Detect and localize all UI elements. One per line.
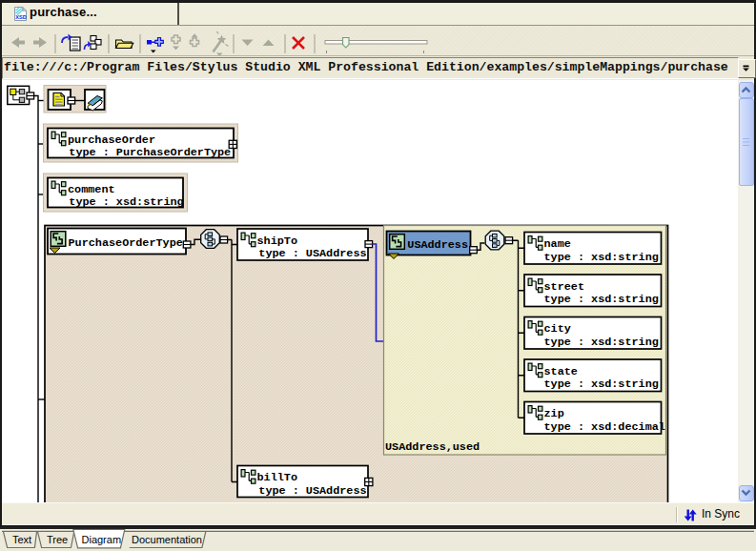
svg-text:Tree: Tree [47, 534, 68, 545]
svg-text:PurchaseOrderType: PurchaseOrderType [69, 236, 183, 250]
svg-text:Diagram: Diagram [82, 534, 122, 545]
svg-text:type : xsd:string: type : xsd:string [69, 195, 183, 209]
svg-text:type : xsd:string: type : xsd:string [544, 293, 659, 306]
svg-text:type : xsd:string: type : xsd:string [544, 336, 659, 349]
svg-text:type : xsd:string: type : xsd:string [544, 378, 659, 391]
svg-text:billTo: billTo [257, 471, 297, 484]
svg-text:type : USAddress: type : USAddress [258, 247, 366, 260]
svg-text:comment: comment [68, 183, 115, 196]
svg-text:zip: zip [544, 407, 564, 420]
svg-text:USAddress,used: USAddress,used [385, 440, 480, 454]
svg-text:type : USAddress: type : USAddress [258, 484, 366, 498]
svg-text:Documentation: Documentation [132, 534, 202, 545]
svg-text:USAddress: USAddress [407, 238, 468, 252]
svg-text:shipTo: shipTo [257, 235, 297, 248]
svg-text:street: street [544, 280, 584, 294]
svg-text:Text: Text [12, 534, 31, 545]
svg-text:type : xsd:string: type : xsd:string [544, 251, 659, 264]
svg-text:type : PurchaseOrderType: type : PurchaseOrderType [69, 146, 231, 159]
svg-text:XSD: XSD [15, 14, 27, 20]
svg-text:type : xsd:decimal: type : xsd:decimal [544, 420, 665, 434]
svg-text:purchaseOrder: purchaseOrder [68, 133, 155, 147]
svg-text:name: name [544, 237, 571, 251]
svg-text:state: state [544, 365, 578, 378]
svg-text:city: city [544, 322, 571, 336]
